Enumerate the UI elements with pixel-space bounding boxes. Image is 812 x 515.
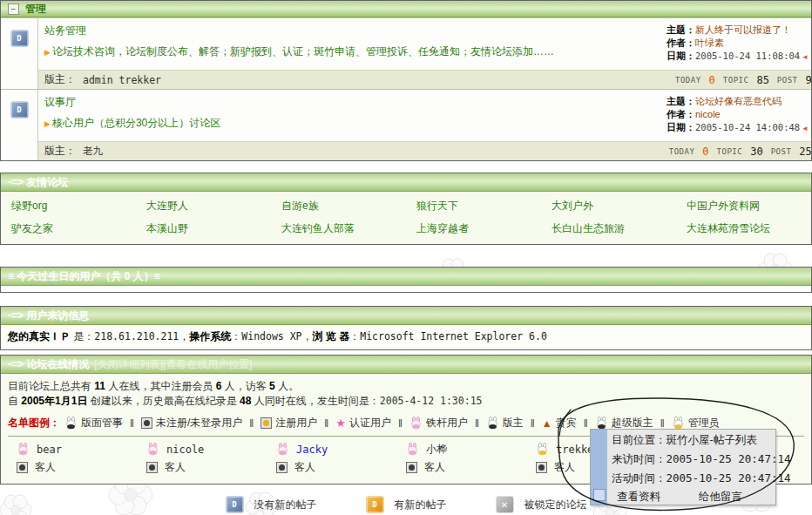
forum-link[interactable]: 议事厅 xyxy=(44,95,76,110)
online-guest: 客人 xyxy=(276,460,406,475)
forum-stats-row: 版主： 老九 TODAY 0 TOPIC 30 POST 259 xyxy=(38,141,811,160)
section-birthday: ≡ 今天过生日的用户（共 0 人）≡ xyxy=(0,267,812,293)
moderator-links[interactable]: admin trekker xyxy=(83,74,161,86)
section-visit-info: -=> 用户来访信息 您的真实ＩＰ 是：218.61.210.211，操作系统：… xyxy=(0,306,812,350)
tooltip-active-line: 活动时间：2005-10-25 20:47:14 xyxy=(612,469,775,488)
online-guest: 客人 xyxy=(17,460,146,475)
online-user: nicole xyxy=(146,442,276,457)
triangle-icon: ▲ xyxy=(542,417,552,430)
topic-count: 30 xyxy=(750,146,762,158)
user-info-tooltip: 目前位置：斑竹小屋-帖子列表 来访时间：2005-10-25 20:47:14 … xyxy=(590,429,776,505)
bunny-pink-icon xyxy=(276,443,289,456)
username-link[interactable]: Jacky xyxy=(296,444,328,456)
collapse-icon[interactable]: − xyxy=(8,3,19,15)
visit-info-header: -=> 用户来访信息 xyxy=(1,307,811,325)
leave-message-link[interactable]: 给他留言 xyxy=(699,488,742,506)
post-count: 259 xyxy=(799,146,812,158)
forum-row: D 议事厅 ▶核心用户（总积分30分以上）讨论区 主题：论坛好像有恶意代码 作者… xyxy=(1,89,811,160)
bullet-arrow-icon: ▶ xyxy=(44,48,51,57)
last-author-link[interactable]: nicole xyxy=(695,109,721,119)
username-link[interactable]: bear xyxy=(37,444,62,456)
active-time: 2005-10-25 20:47:14 xyxy=(667,471,791,485)
bunny-dark-icon xyxy=(64,417,78,430)
bunny-yellow-icon xyxy=(536,443,549,456)
guest-label: 客人 xyxy=(294,460,315,475)
guest-label: 客人 xyxy=(554,460,575,475)
forum-category-board: − 管理 D 站务管理 ▶论坛技术咨询，论坛制度公布、解答；新驴报到、认证；斑竹… xyxy=(0,0,812,161)
record-time: 2005-4-12 1:30:15 xyxy=(380,395,483,407)
friend-forum-link[interactable]: 大连野人 xyxy=(136,195,271,216)
last-author-link[interactable]: 叶绿素 xyxy=(695,37,724,48)
guest-label: 客人 xyxy=(424,460,445,475)
today-count: 0 xyxy=(709,74,715,86)
new-posts-icon: D xyxy=(366,496,384,513)
moderator-label: 版主： xyxy=(44,72,76,87)
last-topic-link[interactable]: 新人终于可以报道了！ xyxy=(695,24,791,35)
topic-count: 85 xyxy=(756,74,768,86)
forum-counters: TODAY 0 TOPIC 85 POST 95 xyxy=(675,71,812,89)
friend-forum-link[interactable]: 大连林苑滑雪论坛 xyxy=(676,218,811,239)
forum-status-cell: D xyxy=(1,18,38,89)
tooltip-mini-icon xyxy=(593,489,606,501)
online-guests: 5 xyxy=(269,380,275,392)
friend-forum-link[interactable]: 上海穿越者 xyxy=(406,218,541,239)
friend-forum-link[interactable]: 狼行天下 xyxy=(406,195,541,216)
username-link[interactable]: 小桦 xyxy=(426,442,447,457)
no-new-posts-icon: D xyxy=(10,101,29,119)
last-post-info: 主题：论坛好像有恶意代码 作者：nicole 日期：2005-10-24 14:… xyxy=(667,94,811,135)
username-link[interactable]: nicole xyxy=(166,444,204,456)
bunny-pink-icon xyxy=(409,417,423,430)
friend-forum-link[interactable]: 本溪山野 xyxy=(136,218,271,239)
view-profile-link[interactable]: 查看资料 xyxy=(617,488,660,506)
bullet-arrow-icon: ▶ xyxy=(44,119,51,128)
post-count: 95 xyxy=(806,74,812,86)
ip-address: 218.61.210.211 xyxy=(94,330,179,342)
forum-status-cell: D xyxy=(1,90,38,160)
legend-unregistered: 未注册/未登录用户 xyxy=(141,416,242,430)
guest-square-icon xyxy=(17,462,28,473)
tooltip-selection-strip xyxy=(591,430,607,505)
online-summary-line: 目前论坛上总共有 11 人在线，其中注册会员 6 人，访客 5 人。 xyxy=(8,379,804,394)
category-header: − 管理 xyxy=(1,1,811,17)
no-new-posts-icon: D xyxy=(226,496,244,513)
no-new-posts-icon: D xyxy=(10,30,29,47)
bunny-dark-icon xyxy=(486,417,499,430)
legend-certified: ★ 认证用户 xyxy=(335,416,391,430)
friend-forum-link[interactable]: 长白山生态旅游 xyxy=(541,218,676,239)
visit-info-body: 您的真实ＩＰ 是：218.61.210.211，操作系统：Windows XP，… xyxy=(1,325,811,349)
friend-forum-link[interactable]: 自游e族 xyxy=(271,195,406,216)
os-name: Windows XP xyxy=(241,330,301,342)
friend-forum-link[interactable]: 驴友之家 xyxy=(1,218,136,239)
record-count: 48 xyxy=(240,395,251,407)
visit-time: 2005-10-25 20:47:14 xyxy=(667,452,791,465)
friend-forum-link[interactable]: 大连钓鱼人部落 xyxy=(271,218,406,239)
close-detail-list-link[interactable]: [关闭详细列表] xyxy=(94,358,163,370)
friend-forum-link[interactable]: 大刘户外 xyxy=(541,195,676,216)
bunny-dark-icon xyxy=(595,417,608,430)
legend-moderator: 版主 xyxy=(486,416,524,430)
last-topic-link[interactable]: 论坛好像有恶意代码 xyxy=(695,96,782,106)
section-friend-forums: -=> 友情论坛 绿野org 大连野人 自游e族 狼行天下 大刘户外 中国户外资… xyxy=(0,173,812,245)
legend-board-manager: 版面管事 xyxy=(64,416,123,430)
user-location: 斑竹小屋-帖子列表 xyxy=(667,434,757,446)
online-status-title: -=> 论坛在线情况 xyxy=(8,356,89,373)
birthday-body xyxy=(1,286,811,292)
moderator-links[interactable]: 老九 xyxy=(83,145,103,158)
category-title[interactable]: 管理 xyxy=(25,1,46,17)
legend-hardcore-user: 铁杆用户 xyxy=(409,416,468,430)
guest-square-icon xyxy=(146,462,158,473)
bunny-pink-icon xyxy=(406,443,419,456)
forum-link[interactable]: 站务管理 xyxy=(44,24,86,38)
forum-description: ▶论坛技术咨询，论坛制度公布、解答；新驴报到、认证；斑竹申请、管理投诉、任免通知… xyxy=(44,44,667,59)
online-guest: 客人 xyxy=(406,460,536,475)
today-count: 0 xyxy=(702,146,708,158)
friend-forums-header: -=> 友情论坛 xyxy=(1,173,811,192)
guest-label: 客人 xyxy=(165,460,186,475)
online-user: bear xyxy=(17,442,146,457)
view-user-position-link[interactable]: [查看在线用户位置] xyxy=(163,358,253,370)
friend-forum-link[interactable]: 绿野org xyxy=(1,195,136,216)
online-members: 6 xyxy=(216,380,222,392)
last-post-info: 主题：新人终于可以报道了！ 作者：叶绿素 日期：2005-10-24 11:08… xyxy=(667,23,811,64)
forum-row: D 站务管理 ▶论坛技术咨询，论坛制度公布、解答；新驴报到、认证；斑竹申请、管理… xyxy=(1,17,811,89)
friend-forum-link[interactable]: 中国户外资料网 xyxy=(676,195,811,216)
